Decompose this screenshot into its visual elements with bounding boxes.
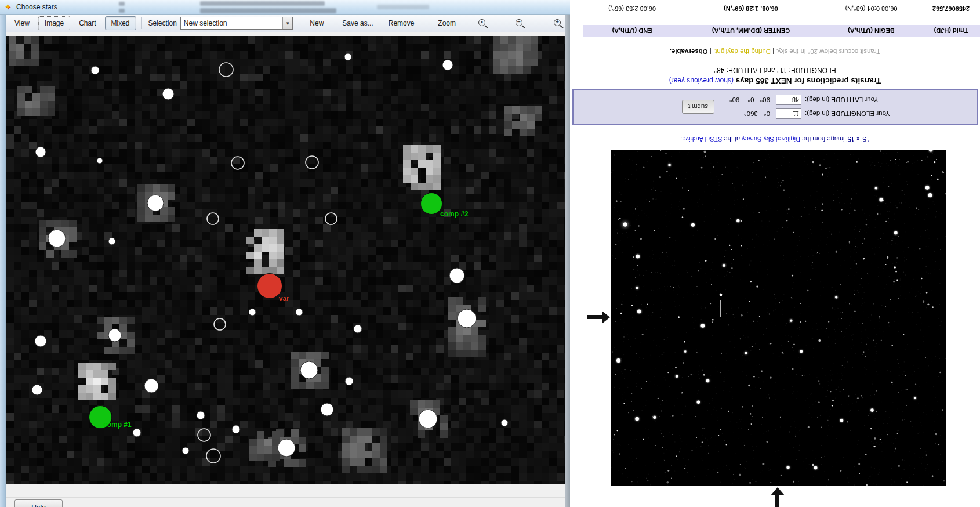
comparison-star-2-marker[interactable]: [420, 193, 442, 215]
latitude-range: 90° - 0° - -90°: [729, 97, 770, 104]
save-as-button[interactable]: Save as...: [336, 16, 379, 30]
caption-text: 15' x 15' image from the: [800, 136, 870, 143]
caption-text: .: [680, 136, 682, 143]
variable-star-label: var: [279, 295, 289, 303]
toolbar: View Image Chart Mixed Selection New sel…: [6, 15, 565, 32]
new-button[interactable]: New: [303, 16, 330, 30]
heading-text: Transits predictions for NEXT 365 days: [734, 77, 881, 85]
coordinates-form: Your ELONGITUDE (in deg): 0° - 360° Your…: [572, 89, 978, 125]
header-tmid: Tmid (HJD): [922, 28, 980, 35]
transit-predictions-heading: Transits predictions for NEXT 365 days (…: [570, 77, 980, 85]
titlebar-glass-smudge: [377, 5, 429, 9]
legend-separator: |: [772, 48, 774, 55]
dss-caption: 15' x 15' image from the Digitized Sky S…: [570, 136, 980, 143]
cell-tmid: 2459067.562: [922, 5, 980, 12]
elongitude-input[interactable]: [776, 109, 801, 119]
app-star-icon: ✦: [5, 2, 11, 12]
zoom-button[interactable]: Zoom: [431, 16, 462, 30]
choose-stars-window: ✦ Choose stars View Image Chart Mixed Se…: [0, 0, 570, 507]
window-border-right: [565, 15, 570, 507]
mixed-button[interactable]: Mixed: [105, 16, 136, 30]
combobox-dropdown-icon[interactable]: ▼: [282, 17, 292, 29]
cell-end: 06.08 2:53 (65°,): [583, 5, 681, 12]
window-titlebar[interactable]: ✦ Choose stars: [0, 0, 570, 15]
zoom-in-button[interactable]: +: [549, 17, 565, 30]
caption-text: at the: [722, 136, 742, 143]
legend-daylight: During the daylight.: [713, 48, 771, 55]
image-button[interactable]: Image: [38, 16, 70, 30]
zoom-out-button[interactable]: −: [511, 17, 527, 30]
stsci-archive-link[interactable]: STScI Archive: [682, 136, 722, 143]
toolbar-separator: [141, 17, 142, 29]
window-title: Choose stars: [16, 3, 57, 11]
chart-button[interactable]: Chart: [72, 16, 102, 30]
selection-combobox[interactable]: New selection ▼: [180, 17, 293, 30]
divider: [6, 497, 565, 498]
zoom-out-icon: −: [516, 19, 522, 26]
comparison-star-1-label: comp #1: [103, 421, 132, 429]
selection-label: Selection: [148, 19, 176, 27]
dss-sky-image: [611, 150, 946, 486]
titlebar-glass-smudge: [119, 2, 125, 6]
view-button[interactable]: View: [8, 16, 36, 30]
submit-button[interactable]: submit: [682, 100, 714, 114]
transit-table-row: 2459067.562 06.08 0:04 (68°,N) 06.08. 1:…: [583, 2, 980, 16]
digitized-sky-survey-link[interactable]: Digitized Sky Survey: [742, 136, 800, 143]
toolbar-separator: [426, 17, 426, 29]
header-end: END (UT/h,A): [583, 28, 681, 35]
zoom-fit-button[interactable]: ▪: [474, 17, 490, 30]
star-field-image[interactable]: var comp #1 comp #2: [6, 36, 565, 484]
transit-table-header: Tmid (HJD) BEGIN (UT/h,A) CENTER (DD.MM,…: [583, 25, 980, 37]
header-center: CENTER (DD.MM, UT/h,A): [681, 28, 821, 35]
cell-center: 06.08. 1:28 (69°,N): [681, 5, 821, 12]
elongitude-label: Your ELONGITUDE (in deg):: [805, 111, 896, 118]
target-pointer-arrow-vertical: [771, 486, 785, 507]
visibility-legend: Transit occurs below 20° in the sky. | D…: [570, 48, 980, 55]
show-previous-year-link[interactable]: (show previous year): [669, 77, 734, 85]
cell-begin: 06.08 0:04 (68°,N): [821, 5, 922, 12]
elongitude-latitude-line: ELONGITUDE: 11° and LATITUDE: 48°: [570, 66, 980, 74]
help-button[interactable]: Help: [14, 499, 63, 507]
legend-below-horizon: Transit occurs below 20° in the sky.: [776, 48, 881, 55]
latitude-label: Your LATITUDE (in deg):: [805, 97, 896, 104]
titlebar-glass-smudge: [200, 8, 336, 13]
titlebar-glass-smudge: [200, 1, 325, 6]
remove-button[interactable]: Remove: [382, 16, 421, 30]
header-begin: BEGIN (UT/h,A): [821, 28, 922, 35]
legend-observable: Observable.: [670, 48, 708, 55]
titlebar-glass-smudge: [119, 9, 125, 13]
window-border-left: [0, 15, 6, 507]
window-bottom-bar: Help: [6, 484, 565, 507]
latitude-input[interactable]: [776, 95, 801, 106]
comparison-star-2-label: comp #2: [440, 210, 469, 218]
etd-transit-page-rotated: 15' x 15' image from the Digitized Sky S…: [570, 0, 980, 507]
target-pointer-arrow-horizontal: [587, 311, 610, 324]
zoom-fit-icon: ▪: [478, 19, 485, 26]
legend-separator: |: [710, 48, 712, 55]
zoom-in-icon: +: [554, 19, 561, 26]
selection-combobox-value: New selection: [181, 19, 283, 27]
elongitude-range: 0° - 360°: [744, 111, 770, 118]
